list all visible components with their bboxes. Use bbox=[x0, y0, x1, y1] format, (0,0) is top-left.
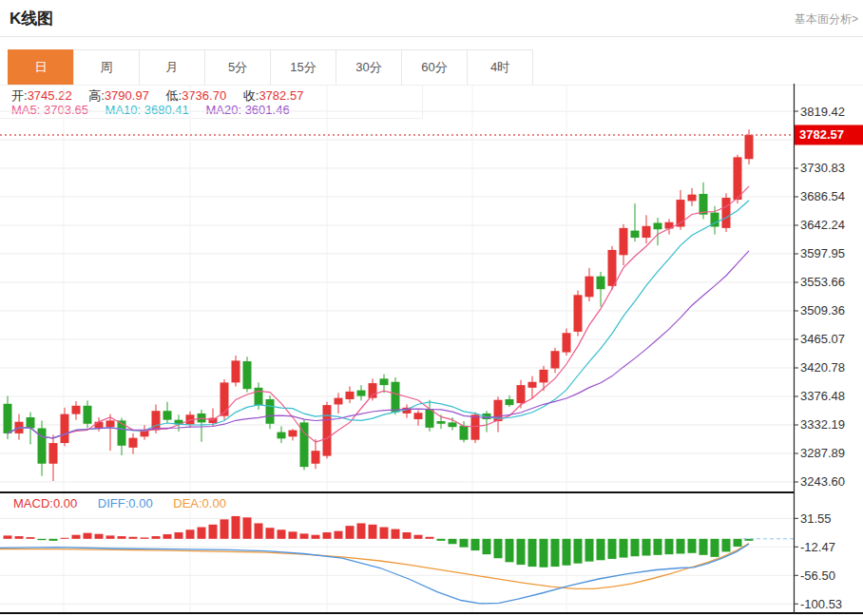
fundamental-analysis-link[interactable]: 基本面分析> bbox=[795, 11, 858, 28]
macd-bar[interactable] bbox=[209, 525, 218, 539]
candle[interactable] bbox=[597, 277, 605, 290]
macd-bar[interactable] bbox=[266, 528, 275, 539]
macd-bar[interactable] bbox=[369, 525, 377, 539]
tab-4时[interactable]: 4时 bbox=[467, 49, 533, 86]
macd-bar[interactable] bbox=[312, 535, 320, 539]
candle[interactable] bbox=[335, 398, 343, 405]
tab-5分[interactable]: 5分 bbox=[204, 49, 271, 86]
macd-bar[interactable] bbox=[163, 534, 172, 539]
candle[interactable] bbox=[574, 295, 583, 332]
candle[interactable] bbox=[734, 157, 742, 200]
macd-bar[interactable] bbox=[95, 534, 104, 539]
candle[interactable] bbox=[722, 198, 731, 228]
macd-bar[interactable] bbox=[152, 536, 161, 539]
macd-bar[interactable] bbox=[471, 539, 480, 550]
candle[interactable] bbox=[95, 422, 104, 429]
macd-bar[interactable] bbox=[380, 528, 389, 539]
candle[interactable] bbox=[449, 422, 457, 427]
macd-bar[interactable] bbox=[437, 539, 446, 541]
tab-周[interactable]: 周 bbox=[73, 49, 140, 86]
macd-bar[interactable] bbox=[734, 539, 742, 547]
macd-bar[interactable] bbox=[49, 539, 58, 541]
macd-bar[interactable] bbox=[449, 539, 457, 544]
macd-bar[interactable] bbox=[608, 539, 617, 559]
candle[interactable] bbox=[38, 429, 47, 464]
macd-bar[interactable] bbox=[27, 537, 35, 539]
macd-bar[interactable] bbox=[506, 539, 514, 563]
candle[interactable] bbox=[232, 360, 240, 382]
candle[interactable] bbox=[266, 399, 275, 424]
candle[interactable] bbox=[563, 333, 571, 352]
candle[interactable] bbox=[323, 405, 332, 456]
candle[interactable] bbox=[209, 418, 218, 423]
candle[interactable] bbox=[460, 426, 469, 440]
macd-bar[interactable] bbox=[61, 538, 69, 539]
candle[interactable] bbox=[426, 410, 434, 428]
candle[interactable] bbox=[654, 222, 662, 229]
candle[interactable] bbox=[72, 406, 81, 414]
macd-bar[interactable] bbox=[4, 535, 12, 538]
candle[interactable] bbox=[688, 195, 697, 202]
macd-bar[interactable] bbox=[198, 528, 206, 539]
macd-bar[interactable] bbox=[620, 539, 628, 558]
tab-60分[interactable]: 60分 bbox=[401, 49, 468, 86]
candle[interactable] bbox=[620, 228, 628, 255]
candle[interactable] bbox=[346, 392, 355, 399]
macd-bar[interactable] bbox=[494, 539, 503, 558]
macd-bar[interactable] bbox=[460, 539, 469, 548]
macd-bar[interactable] bbox=[517, 539, 526, 565]
macd-bar[interactable] bbox=[528, 539, 537, 567]
macd-bar[interactable] bbox=[414, 535, 423, 539]
macd-bar[interactable] bbox=[38, 539, 47, 540]
macd-bar[interactable] bbox=[346, 526, 355, 539]
candle[interactable] bbox=[551, 351, 560, 368]
macd-bar[interactable] bbox=[289, 531, 297, 538]
macd-bar[interactable] bbox=[141, 537, 149, 538]
candle[interactable] bbox=[437, 421, 446, 424]
macd-bar[interactable] bbox=[665, 539, 674, 554]
macd-bar[interactable] bbox=[186, 529, 195, 539]
candle[interactable] bbox=[84, 406, 92, 424]
macd-bar[interactable] bbox=[574, 539, 583, 564]
macd-bar[interactable] bbox=[255, 523, 263, 538]
candle[interactable] bbox=[312, 451, 320, 464]
candle[interactable] bbox=[278, 433, 286, 439]
candle[interactable] bbox=[471, 414, 480, 439]
macd-bar[interactable] bbox=[688, 539, 697, 553]
macd-bar[interactable] bbox=[278, 529, 286, 539]
macd-bar[interactable] bbox=[551, 539, 560, 567]
tab-日[interactable]: 日 bbox=[8, 49, 74, 86]
candle[interactable] bbox=[745, 135, 754, 159]
candle[interactable] bbox=[255, 388, 263, 405]
macd-bar[interactable] bbox=[118, 536, 126, 539]
candle[interactable] bbox=[4, 404, 12, 433]
macd-bar[interactable] bbox=[106, 535, 115, 538]
macd-bar[interactable] bbox=[711, 539, 719, 557]
macd-bar[interactable] bbox=[335, 531, 343, 539]
candle[interactable] bbox=[27, 417, 35, 429]
macd-bar[interactable] bbox=[700, 539, 708, 555]
candle[interactable] bbox=[540, 370, 548, 383]
macd-bar[interactable] bbox=[72, 535, 81, 539]
macd-bar[interactable] bbox=[403, 532, 412, 539]
macd-bar[interactable] bbox=[631, 539, 640, 556]
macd-bar[interactable] bbox=[392, 529, 400, 539]
candle[interactable] bbox=[506, 399, 514, 405]
macd-bar[interactable] bbox=[642, 539, 651, 556]
candle[interactable] bbox=[631, 231, 640, 238]
macd-bar[interactable] bbox=[175, 532, 183, 539]
candle[interactable] bbox=[517, 385, 526, 403]
macd-bar[interactable] bbox=[563, 539, 571, 566]
macd-bar[interactable] bbox=[677, 539, 685, 554]
candle[interactable] bbox=[118, 420, 126, 445]
macd-bar[interactable] bbox=[483, 539, 491, 554]
tab-月[interactable]: 月 bbox=[139, 49, 205, 86]
candle[interactable] bbox=[380, 378, 389, 385]
candle[interactable] bbox=[392, 382, 400, 413]
tab-30分[interactable]: 30分 bbox=[336, 49, 402, 86]
candle[interactable] bbox=[129, 438, 138, 448]
candle[interactable] bbox=[61, 414, 69, 443]
macd-bar[interactable] bbox=[540, 539, 548, 568]
candle[interactable] bbox=[106, 420, 115, 427]
macd-bar[interactable] bbox=[221, 519, 229, 538]
